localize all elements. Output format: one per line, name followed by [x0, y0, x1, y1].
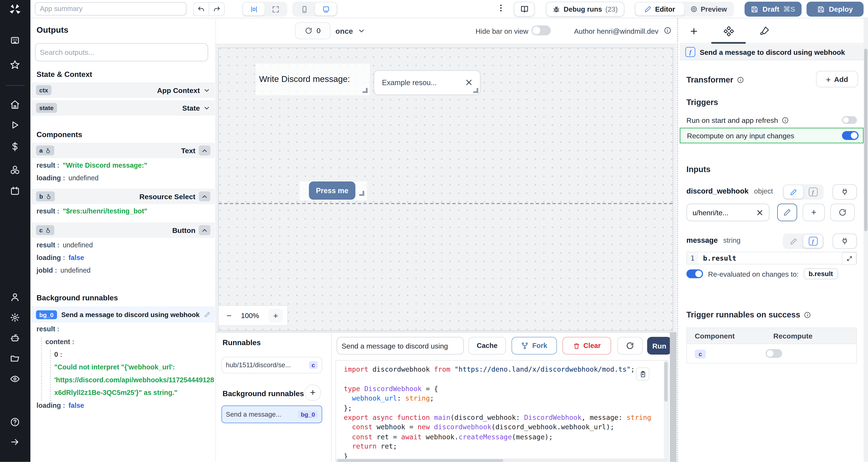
refresh-count-button[interactable]: 0 — [295, 22, 330, 39]
resize-grip[interactable] — [363, 88, 368, 93]
zoom-out-button[interactable]: − — [226, 310, 232, 321]
code-hscrollbar[interactable] — [336, 459, 668, 462]
reeval-toggle[interactable] — [686, 269, 703, 278]
runs-play-icon[interactable] — [10, 120, 20, 130]
fullscreen-mode-button[interactable] — [265, 3, 286, 15]
message-expr-editor[interactable]: 1 b.result — [686, 252, 857, 264]
align-mode-button[interactable] — [243, 3, 265, 15]
debug-runs-button[interactable]: Debug runs (23) — [546, 2, 624, 16]
static-mode-pencil-button[interactable] — [784, 234, 803, 248]
audit-eye-icon[interactable] — [10, 374, 20, 384]
field1-refresh-button[interactable] — [830, 204, 855, 221]
redo-button[interactable] — [209, 6, 224, 13]
workspace-icon[interactable] — [10, 35, 20, 45]
schedule-dropdown[interactable]: once — [336, 23, 365, 39]
undo-button[interactable] — [194, 6, 209, 13]
code-editor[interactable]: import discordwebhook from "https://deno… — [336, 360, 669, 462]
component-row-c[interactable]: c Button — [32, 223, 215, 238]
collapse-chevron-up[interactable] — [199, 191, 210, 201]
component-row-a[interactable]: a Text — [32, 143, 215, 158]
recompute-toggle[interactable] — [842, 131, 859, 140]
deploy-button[interactable]: Deploy — [807, 2, 864, 16]
resource-select-component[interactable]: Example resou... — [374, 70, 480, 95]
app-canvas[interactable]: Write Discord message: Example resou... … — [216, 44, 676, 332]
page-scrollbar[interactable] — [864, 18, 868, 462]
runnable-item-hub[interactable]: hub/1511/discord/se... c — [221, 357, 322, 373]
field1-resource-select[interactable]: u/henri/te... — [686, 204, 769, 221]
app-summary-input[interactable] — [35, 2, 187, 15]
info-icon[interactable] — [804, 311, 811, 319]
field1-edit-pencil-button[interactable] — [777, 204, 797, 221]
clear-button[interactable]: Clear — [562, 337, 611, 355]
canvas-height-boundary[interactable] — [219, 203, 673, 204]
press-me-button[interactable]: Press me — [309, 182, 355, 200]
search-outputs-input[interactable] — [35, 43, 208, 61]
bg-content-key[interactable]: content — [45, 338, 74, 346]
info-icon[interactable] — [737, 76, 744, 83]
run-button[interactable]: Run — [647, 337, 672, 355]
bg-runnable-row[interactable]: bg_0 Send a message to discord using web… — [32, 306, 215, 323]
home-icon[interactable] — [10, 100, 20, 110]
clear-x-icon[interactable] — [465, 78, 473, 86]
docs-book-button[interactable] — [514, 2, 535, 16]
copy-code-button[interactable] — [636, 367, 649, 381]
code-vscrollbar[interactable] — [664, 361, 668, 462]
info-icon[interactable] — [781, 117, 788, 124]
settings-gear-icon[interactable] — [10, 312, 20, 323]
collapse-arrow-icon[interactable] — [10, 437, 20, 447]
more-menu-kebab-icon[interactable]: ⋮ — [497, 3, 505, 12]
resources-boxes-icon[interactable] — [10, 165, 20, 175]
fork-button[interactable]: Fork — [512, 337, 557, 355]
component-row-b[interactable]: b Resource Select — [32, 189, 215, 204]
reeval-target-chip[interactable]: b.result — [804, 268, 838, 279]
expand-editor-button[interactable] — [842, 252, 857, 265]
field2-connect-plug-button[interactable] — [833, 233, 857, 249]
resize-grip[interactable] — [359, 191, 364, 196]
clear-x-icon[interactable] — [756, 209, 763, 216]
cache-button[interactable]: Cache — [468, 337, 506, 355]
eval-mode-f-button[interactable]: f — [803, 234, 823, 248]
runnable-name-input[interactable] — [337, 337, 464, 355]
bg-result-key[interactable]: result — [37, 325, 60, 333]
zoom-in-button[interactable]: + — [269, 308, 283, 323]
draft-save-button[interactable]: Draft ⌘S — [745, 2, 802, 16]
tab-insert-component[interactable] — [689, 27, 699, 36]
hide-bar-toggle[interactable] — [531, 26, 551, 36]
desktop-view-button[interactable] — [315, 3, 337, 15]
text-component[interactable]: Write Discord message: — [256, 64, 370, 95]
output-row-state[interactable]: state State — [32, 100, 215, 116]
schedules-calendar-icon[interactable] — [10, 186, 20, 196]
bottom-panel-scrollbar[interactable] — [670, 332, 677, 462]
output-row-ctx[interactable]: ctx App Context — [32, 82, 215, 98]
collapse-chevron-up[interactable] — [199, 225, 210, 235]
field1-add-resource-button[interactable]: + — [803, 204, 825, 221]
collapse-chevron-up[interactable] — [199, 145, 210, 156]
workers-bot-icon[interactable] — [10, 333, 20, 343]
tab-component-settings[interactable] — [723, 26, 734, 36]
run-on-start-toggle[interactable] — [842, 116, 857, 124]
resize-grip[interactable] — [473, 88, 478, 93]
folders-icon[interactable] — [10, 354, 20, 364]
row-recompute-toggle[interactable] — [766, 349, 782, 358]
users-person-icon[interactable] — [10, 292, 20, 302]
help-icon[interactable] — [10, 417, 20, 427]
windmill-logo-icon[interactable] — [8, 3, 22, 16]
refresh-code-button[interactable] — [617, 337, 643, 355]
scrollbar-thumb[interactable] — [864, 48, 868, 231]
panel-splitter-right[interactable] — [677, 18, 678, 462]
variables-dollar-icon[interactable] — [10, 141, 20, 152]
info-icon[interactable] — [664, 27, 672, 34]
tab-preview[interactable]: Preview — [684, 3, 733, 15]
tab-styling-brush[interactable] — [760, 26, 770, 36]
favorites-star-icon[interactable] — [10, 60, 20, 70]
runnable-item-bg0-selected[interactable]: Send a message... bg_0 — [221, 405, 322, 423]
static-mode-pencil-button[interactable] — [784, 185, 803, 199]
add-bg-runnable-button[interactable]: + — [304, 385, 321, 401]
eval-mode-f-button[interactable]: f — [803, 185, 823, 199]
field1-connect-plug-button[interactable] — [833, 184, 857, 200]
bg-index-key[interactable]: 0 — [54, 351, 62, 359]
mobile-view-button[interactable] — [293, 3, 315, 15]
edit-pencil-icon[interactable] — [204, 311, 210, 318]
tab-editor[interactable]: Editor — [636, 3, 684, 15]
add-transformer-button[interactable]: +Add — [816, 71, 858, 88]
